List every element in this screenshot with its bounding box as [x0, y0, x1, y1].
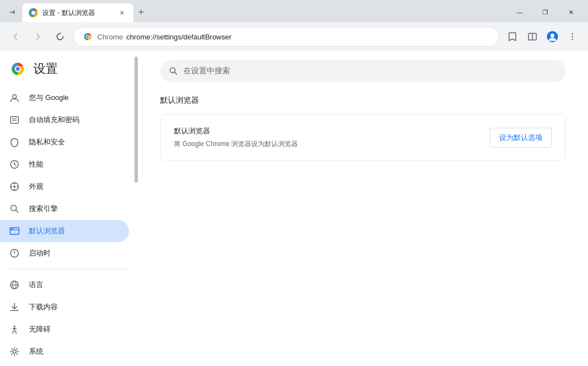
sidebar-label-search: 搜索引擎 — [29, 204, 58, 214]
maximize-button[interactable]: ❐ — [532, 4, 558, 20]
title-bar: 设置 - 默认浏览器 ✕ + — ❐ ✕ — [0, 0, 588, 22]
sidebar-item-downloads[interactable]: 下载内容 — [0, 296, 129, 318]
sidebar-item-default-browser[interactable]: 默认浏览器 — [0, 220, 129, 242]
sidebar-item-privacy[interactable]: 隐私和安全 — [0, 131, 129, 153]
search-icon — [169, 67, 178, 76]
svg-point-4 — [32, 11, 35, 14]
menu-button[interactable] — [564, 28, 581, 46]
system-icon — [9, 347, 20, 357]
google-icon — [9, 93, 20, 103]
sidebar-label-performance: 性能 — [29, 159, 43, 169]
sidebar-item-autofill[interactable]: 自动填充和密码 — [0, 109, 129, 131]
forward-button[interactable] — [29, 28, 47, 46]
chrome-settings-logo — [9, 60, 27, 78]
main-area: 设置 您与 Google 自动填充和密码 — [0, 51, 588, 366]
tab-title: 设置 - 默认浏览器 — [42, 8, 112, 18]
split-screen-button[interactable] — [524, 28, 541, 46]
active-tab[interactable]: 设置 - 默认浏览器 ✕ — [22, 3, 133, 22]
sidebar-label-language: 语言 — [29, 280, 43, 290]
svg-point-18 — [13, 95, 17, 99]
settings-title: 设置 — [33, 61, 58, 77]
sidebar-label-appearance: 外观 — [29, 182, 43, 192]
tab-favicon — [29, 8, 38, 17]
sidebar-item-accessibility[interactable]: 无障碍 — [0, 318, 129, 340]
section-title: 默认浏览器 — [160, 96, 566, 106]
close-button[interactable]: ✕ — [558, 4, 584, 20]
sidebar-item-google[interactable]: 您与 Google — [0, 87, 129, 109]
svg-point-12 — [572, 33, 573, 34]
card-title: 默认浏览器 — [174, 126, 298, 136]
search-icon — [9, 204, 20, 214]
tab-strip: 设置 - 默认浏览器 ✕ + — [4, 3, 507, 22]
content-scroll: 默认浏览器 默认浏览器 将 Google Chrome 浏览器设为默认浏览器 设… — [138, 82, 588, 366]
search-placeholder: 在设置中搜索 — [183, 66, 230, 76]
svg-point-28 — [17, 186, 18, 187]
sidebar-scrollbar[interactable] — [134, 51, 138, 366]
svg-rect-19 — [11, 117, 18, 123]
sidebar-item-performance[interactable]: 性能 — [0, 153, 129, 176]
sidebar-item-language[interactable]: 语言 — [0, 274, 129, 296]
bookmark-button[interactable] — [504, 28, 521, 46]
language-icon — [9, 280, 20, 290]
sidebar-scrollbar-thumb[interactable] — [134, 57, 138, 183]
svg-line-43 — [175, 72, 177, 74]
svg-point-41 — [13, 350, 16, 353]
sidebar-item-search[interactable]: 搜索引擎 — [0, 198, 129, 220]
sidebar-item-system[interactable]: 系统 — [0, 340, 129, 363]
startup-icon — [9, 248, 20, 258]
sidebar-label-system: 系统 — [29, 347, 43, 357]
default-browser-icon — [9, 226, 20, 236]
chrome-logo-icon — [83, 32, 93, 42]
performance-icon — [9, 159, 20, 169]
navigation-bar: Chromechrome://settings/defaultBrowser — [0, 22, 588, 51]
tab-back-button[interactable] — [4, 4, 20, 20]
card-info: 默认浏览器 将 Google Chrome 浏览器设为默认浏览器 — [174, 126, 298, 149]
sidebar-label-default-browser: 默认浏览器 — [29, 226, 65, 236]
new-tab-button[interactable]: + — [133, 4, 149, 20]
svg-point-25 — [14, 183, 15, 184]
back-button[interactable] — [7, 28, 24, 46]
svg-point-14 — [572, 39, 573, 40]
sidebar-label-google: 您与 Google — [29, 93, 69, 103]
sidebar-divider — [9, 269, 129, 269]
svg-line-30 — [16, 210, 18, 213]
autofill-icon — [9, 115, 20, 125]
svg-point-13 — [572, 36, 573, 37]
sidebar-item-appearance[interactable]: 外观 — [0, 176, 129, 198]
card-description: 将 Google Chrome 浏览器设为默认浏览器 — [174, 139, 298, 149]
content-wrapper: 在设置中搜索 默认浏览器 默认浏览器 将 Google Chrome 浏览器设为… — [138, 51, 588, 366]
appearance-icon — [9, 182, 20, 192]
window-controls: — ❐ ✕ — [507, 4, 584, 20]
default-browser-card: 默认浏览器 将 Google Chrome 浏览器设为默认浏览器 设为默认选项 — [160, 114, 566, 161]
reload-button[interactable] — [51, 28, 69, 46]
svg-point-11 — [551, 34, 555, 38]
sidebar-label-privacy: 隐私和安全 — [29, 137, 65, 147]
settings-header: 设置 — [0, 60, 138, 87]
set-default-button[interactable]: 设为默认选项 — [490, 128, 552, 148]
sidebar-label-autofill: 自动填充和密码 — [29, 115, 79, 125]
svg-point-7 — [87, 36, 89, 38]
svg-point-27 — [11, 186, 12, 187]
svg-point-17 — [16, 67, 20, 71]
search-container: 在设置中搜索 — [138, 51, 588, 82]
accessibility-icon — [9, 324, 20, 334]
nav-right-buttons — [504, 28, 581, 46]
address-bar[interactable]: Chromechrome://settings/defaultBrowser — [73, 27, 499, 47]
svg-point-24 — [13, 185, 16, 188]
sidebar-label-downloads: 下载内容 — [29, 302, 58, 312]
svg-point-33 — [11, 228, 12, 229]
minimize-button[interactable]: — — [507, 4, 532, 20]
address-text: Chromechrome://settings/defaultBrowser — [97, 33, 490, 41]
downloads-icon — [9, 302, 20, 312]
profile-button[interactable] — [544, 28, 561, 46]
tab-close-button[interactable]: ✕ — [117, 8, 127, 18]
sidebar: 设置 您与 Google 自动填充和密码 — [0, 51, 138, 366]
svg-point-34 — [12, 228, 13, 229]
search-box[interactable]: 在设置中搜索 — [160, 60, 566, 82]
svg-point-40 — [14, 325, 16, 327]
sidebar-label-accessibility: 无障碍 — [29, 324, 51, 334]
sidebar-item-startup[interactable]: 启动时 — [0, 242, 129, 264]
sidebar-label-startup: 启动时 — [29, 248, 51, 258]
privacy-icon — [9, 137, 20, 147]
svg-point-26 — [14, 189, 15, 190]
